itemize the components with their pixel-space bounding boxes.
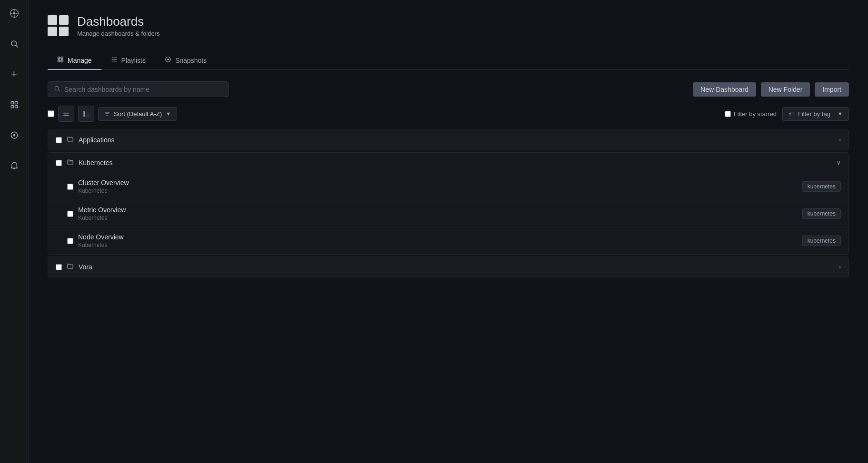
filter-starred[interactable]: Filter by starred <box>725 110 777 118</box>
grafana-logo-icon[interactable] <box>6 5 23 22</box>
new-folder-button[interactable]: New Folder <box>761 82 810 97</box>
dashboard-title-cluster-overview: Cluster Overview <box>78 179 798 187</box>
page-header: Dashboards Manage dashboards & folders <box>48 14 849 37</box>
svg-rect-15 <box>61 57 63 59</box>
dashboard-row-node-overview[interactable]: Node Overview Kubernetes kubernetes <box>48 227 848 254</box>
tag-badge-node-overview: kubernetes <box>802 236 841 246</box>
select-all-checkbox[interactable] <box>48 110 54 117</box>
add-nav-icon[interactable]: + <box>6 66 23 83</box>
tag-icon: 🏷 <box>788 110 794 117</box>
main-content: Dashboards Manage dashboards & folders M… <box>29 0 868 463</box>
dashboards-page-icon <box>48 15 69 36</box>
folder-checkbox-applications[interactable] <box>56 137 62 143</box>
svg-rect-27 <box>84 113 85 114</box>
svg-line-7 <box>16 45 18 47</box>
dashboards-nav-icon[interactable] <box>6 96 23 113</box>
folder-name-kubernetes: Kubernetes <box>79 159 832 167</box>
folder-icon-applications <box>67 136 74 144</box>
tabs-nav: Manage Playlists Snapshots <box>48 51 849 70</box>
toolbar: New Dashboard New Folder Import <box>48 81 849 97</box>
dashboard-row-cluster-overview[interactable]: Cluster Overview Kubernetes kubernetes <box>48 173 848 200</box>
search-nav-icon[interactable] <box>6 35 23 52</box>
tag-badge-metric-overview: kubernetes <box>802 208 841 219</box>
dashboard-subtitle-metric-overview: Kubernetes <box>78 215 798 221</box>
folder-list: Applications › Kubernetes ∨ Cluster Over… <box>48 129 849 279</box>
filter-right: Filter by starred 🏷 Filter by tag ▼ <box>725 107 849 121</box>
manage-tab-icon <box>57 56 64 64</box>
dashboard-info-node-overview: Node Overview Kubernetes <box>78 233 798 248</box>
folder-row-vora[interactable]: Vora › <box>48 256 849 277</box>
toolbar-left <box>48 81 229 97</box>
folder-chevron-kubernetes: ∨ <box>837 159 841 166</box>
tab-playlists[interactable]: Playlists <box>101 51 155 70</box>
folder-name-applications: Applications <box>79 136 834 144</box>
page-header-text: Dashboards Manage dashboards & folders <box>77 14 160 37</box>
dashboard-row-metric-overview[interactable]: Metric Overview Kubernetes kubernetes <box>48 200 848 227</box>
folder-name-vora: Vora <box>79 263 834 271</box>
folder-expanded-kubernetes: Kubernetes ∨ Cluster Overview Kubernetes… <box>48 152 849 255</box>
tab-snapshots-label: Snapshots <box>175 57 207 64</box>
filter-starred-label: Filter by starred <box>734 110 777 118</box>
list-view-button[interactable] <box>78 106 94 122</box>
tab-manage-label: Manage <box>68 57 92 64</box>
dashboard-checkbox-node-overview[interactable] <box>67 238 73 244</box>
svg-rect-29 <box>84 116 85 117</box>
folder-view-button[interactable] <box>58 106 74 122</box>
folder-checkbox-kubernetes[interactable] <box>56 160 62 166</box>
dashboard-checkbox-cluster-overview[interactable] <box>67 184 73 190</box>
folder-row-applications[interactable]: Applications › <box>48 129 849 150</box>
sort-chevron-icon: ▼ <box>166 111 171 117</box>
import-button[interactable]: Import <box>815 82 849 97</box>
page-title: Dashboards <box>77 14 160 29</box>
dashboard-subtitle-cluster-overview: Kubernetes <box>78 187 798 194</box>
search-icon <box>54 85 60 93</box>
alerting-nav-icon[interactable] <box>6 157 23 174</box>
tag-chevron-icon: ▼ <box>838 111 843 117</box>
folder-checkbox-vora[interactable] <box>56 264 62 270</box>
filter-tag-dropdown[interactable]: 🏷 Filter by tag ▼ <box>782 107 849 121</box>
svg-rect-11 <box>15 106 17 108</box>
svg-rect-17 <box>61 60 63 62</box>
svg-rect-14 <box>58 57 60 59</box>
svg-rect-8 <box>11 101 13 104</box>
svg-rect-9 <box>15 101 17 104</box>
tab-snapshots[interactable]: Snapshots <box>155 51 216 70</box>
snapshots-tab-icon <box>165 56 171 64</box>
dashboard-info-cluster-overview: Cluster Overview Kubernetes <box>78 179 798 194</box>
filter-row: Sort (Default A-Z) ▼ Filter by starred 🏷… <box>48 106 849 122</box>
svg-point-22 <box>167 59 169 60</box>
dashboard-title-metric-overview: Metric Overview <box>78 206 798 214</box>
svg-point-13 <box>13 134 15 137</box>
folder-icon-vora <box>67 263 74 271</box>
svg-point-1 <box>13 12 15 15</box>
dashboard-title-node-overview: Node Overview <box>78 233 798 241</box>
filter-left: Sort (Default A-Z) ▼ <box>48 106 177 122</box>
sort-dropdown[interactable]: Sort (Default A-Z) ▼ <box>98 107 177 121</box>
new-dashboard-button[interactable]: New Dashboard <box>693 82 756 97</box>
filter-starred-checkbox[interactable] <box>725 111 731 117</box>
folder-chevron-applications: › <box>839 137 841 143</box>
page-subtitle: Manage dashboards & folders <box>77 30 160 37</box>
sidebar: + <box>0 0 29 463</box>
folder-icon-kubernetes <box>67 158 74 167</box>
svg-rect-16 <box>58 60 60 62</box>
dashboard-subtitle-node-overview: Kubernetes <box>78 242 798 248</box>
dashboard-checkbox-metric-overview[interactable] <box>67 211 73 217</box>
svg-rect-10 <box>11 106 13 108</box>
svg-line-24 <box>59 90 60 91</box>
tab-manage[interactable]: Manage <box>48 51 101 70</box>
sort-dropdown-label: Sort (Default A-Z) <box>114 110 162 118</box>
toolbar-right: New Dashboard New Folder Import <box>693 82 849 97</box>
folder-chevron-vora: › <box>839 264 841 270</box>
filter-tag-label: Filter by tag <box>798 110 830 118</box>
select-all-checkbox-wrapper[interactable] <box>48 110 54 117</box>
tab-playlists-label: Playlists <box>121 57 146 64</box>
svg-rect-18 <box>111 58 117 58</box>
dashboard-info-metric-overview: Metric Overview Kubernetes <box>78 206 798 221</box>
playlists-tab-icon <box>111 56 118 64</box>
search-input[interactable] <box>64 86 222 93</box>
explore-nav-icon[interactable] <box>6 127 23 144</box>
search-box[interactable] <box>48 81 229 97</box>
folder-header-kubernetes[interactable]: Kubernetes ∨ <box>48 153 848 173</box>
tag-badge-cluster-overview: kubernetes <box>802 181 841 192</box>
